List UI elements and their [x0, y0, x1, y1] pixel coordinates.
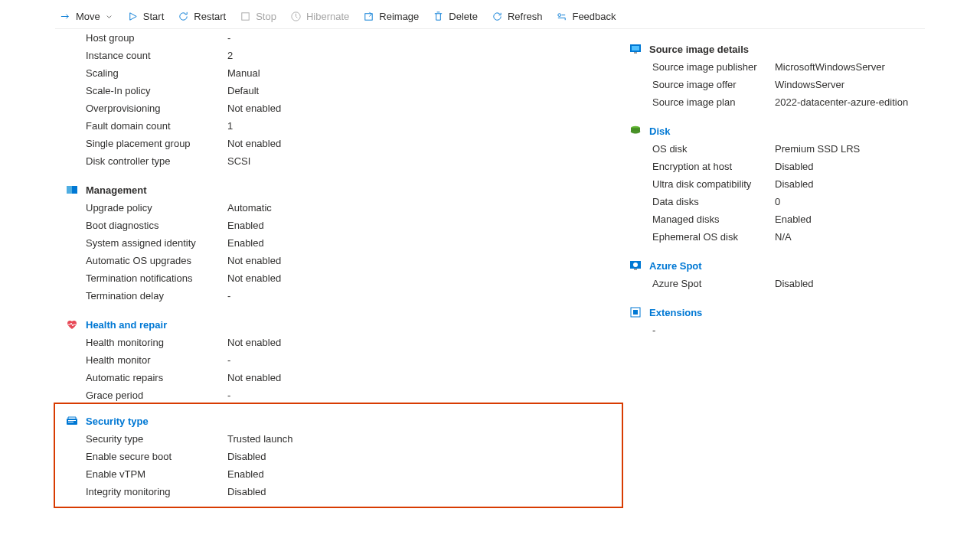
hibernate-button: Hibernate [286, 9, 354, 24]
svg-rect-15 [634, 269, 637, 270]
property-label: Automatic OS upgrades [86, 255, 227, 266]
management-title: Management [86, 184, 146, 196]
property-row: ScalingManual [55, 64, 606, 82]
delete-button[interactable]: Delete [428, 9, 482, 24]
property-row: System assigned identityEnabled [55, 234, 606, 252]
start-label: Start [143, 11, 164, 22]
property-value: WindowsServer [775, 79, 925, 90]
start-button[interactable]: Start [122, 9, 168, 24]
property-value: - [227, 290, 606, 302]
property-label: Ultra disk compatibility [652, 178, 775, 190]
property-label: Upgrade policy [86, 202, 227, 214]
property-value: Disabled [775, 178, 925, 190]
property-row: Enable vTPMEnabled [55, 465, 622, 483]
property-value: 1 [227, 120, 606, 132]
disk-title[interactable]: Disk [649, 126, 670, 137]
spot-icon [629, 259, 642, 272]
monitor-icon [629, 43, 642, 55]
property-value: Not enabled [227, 372, 606, 383]
property-value: Trusted launch [227, 433, 622, 445]
health-title[interactable]: Health and repair [86, 319, 167, 331]
property-row: Azure SpotDisabled [629, 275, 925, 292]
property-label: Managed disks [652, 214, 775, 225]
property-label: Host group [86, 32, 227, 44]
svg-point-3 [558, 14, 561, 17]
section-source: Source image details Source image publis… [629, 43, 925, 111]
feedback-button[interactable]: Feedback [551, 9, 620, 24]
chevron-down-icon [105, 12, 113, 21]
property-label: Source image offer [652, 79, 775, 90]
property-label: Data disks [652, 196, 775, 207]
property-value: Not enabled [227, 138, 606, 149]
property-value: Disabled [227, 451, 622, 462]
refresh-icon [492, 11, 503, 22]
security-title[interactable]: Security type [86, 416, 149, 427]
section-extensions: Extensions - [629, 306, 925, 339]
extensions-value: - [652, 324, 775, 336]
toolbar: Move Start Restart Stop Hibernate Reimag… [55, 9, 925, 29]
property-row: Host group- [55, 29, 606, 47]
property-row: Data disks0 [629, 193, 925, 210]
property-row: OverprovisioningNot enabled [55, 99, 606, 117]
section-spot: Azure Spot Azure SpotDisabled [629, 259, 925, 292]
property-label: Single placement group [86, 138, 227, 149]
property-value: N/A [775, 231, 925, 243]
left-column: Host group-Instance count2ScalingManualS… [55, 29, 606, 551]
property-row: Enable secure bootDisabled [55, 448, 622, 465]
property-label: Enable secure boot [86, 451, 227, 462]
property-label: Fault domain count [86, 120, 227, 132]
delete-icon [433, 11, 444, 22]
management-icon [66, 184, 78, 196]
property-row: Source image publisherMicrosoftWindowsSe… [629, 58, 925, 76]
reimage-button[interactable]: Reimage [358, 9, 423, 24]
hibernate-icon [290, 11, 302, 22]
property-row: Fault domain count1 [55, 117, 606, 135]
property-row: Integrity monitoringDisabled [55, 483, 622, 500]
property-label: Grace period [86, 390, 227, 401]
stop-icon [240, 11, 251, 22]
property-label: Overprovisioning [86, 103, 227, 114]
svg-rect-11 [634, 52, 637, 54]
property-row: Ephemeral OS diskN/A [629, 228, 925, 246]
property-value: Manual [227, 67, 606, 79]
property-value: Default [227, 85, 606, 96]
property-row: Boot diagnosticsEnabled [55, 217, 606, 234]
property-label: Ephemeral OS disk [652, 231, 775, 243]
extensions-value-row: - [629, 321, 925, 339]
property-label: Health monitor [86, 354, 227, 366]
refresh-button[interactable]: Refresh [487, 9, 547, 24]
property-value: 0 [775, 196, 925, 207]
spot-title[interactable]: Azure Spot [649, 260, 702, 272]
restart-button[interactable]: Restart [173, 9, 230, 24]
property-value: - [227, 354, 606, 366]
property-value: Not enabled [227, 272, 606, 284]
property-value: Enabled [227, 220, 606, 231]
svg-rect-8 [68, 422, 74, 422]
property-value: Enabled [227, 237, 606, 249]
source-title: Source image details [649, 44, 749, 55]
property-label: Scaling [86, 67, 227, 79]
extensions-title[interactable]: Extensions [649, 307, 702, 318]
property-value: SCSI [227, 155, 606, 167]
property-label: Boot diagnostics [86, 220, 227, 231]
security-highlight: Security type Security typeTrusted launc… [54, 403, 623, 508]
move-button[interactable]: Move [55, 9, 118, 24]
section-basic: Host group-Instance count2ScalingManualS… [55, 29, 606, 170]
delete-label: Delete [449, 11, 478, 22]
property-row: Health monitor- [55, 351, 606, 369]
svg-rect-10 [632, 46, 639, 51]
property-label: Instance count [86, 50, 227, 61]
property-value: - [227, 32, 606, 44]
property-value: Disabled [775, 278, 925, 289]
disk-icon [629, 125, 642, 137]
svg-rect-18 [633, 310, 638, 315]
property-label: Scale-In policy [86, 85, 227, 96]
property-label: Source image publisher [652, 61, 775, 73]
property-row: Managed disksEnabled [629, 210, 925, 228]
right-column: Source image details Source image publis… [606, 29, 925, 551]
property-value: 2022-datacenter-azure-edition [775, 96, 925, 108]
property-value: 2 [227, 50, 606, 61]
restart-icon [178, 11, 189, 22]
property-row: Instance count2 [55, 47, 606, 64]
property-label: Security type [86, 433, 227, 445]
